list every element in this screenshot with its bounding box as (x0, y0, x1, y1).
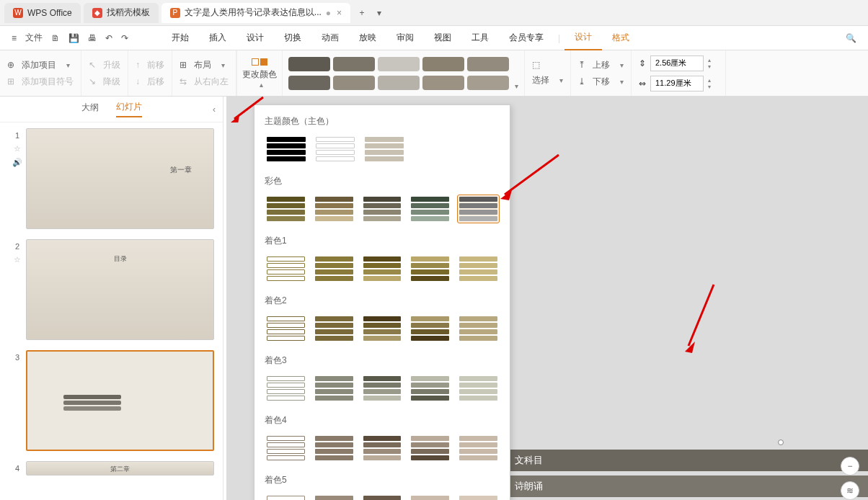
resize-handle[interactable] (778, 439, 784, 445)
move-up-button[interactable]: 上移 (593, 59, 610, 71)
sidetab-outline[interactable]: 大纲 (81, 102, 99, 117)
slide-thumb[interactable]: 4 第二章 (9, 461, 214, 476)
sidetab-slides[interactable]: 幻灯片 (116, 101, 142, 117)
slide-thumb[interactable]: 3 (9, 350, 214, 451)
color-scheme[interactable] (313, 314, 355, 343)
color-scheme[interactable] (457, 434, 500, 463)
preset-expand[interactable]: ▾ (515, 82, 518, 90)
side-tabs: 大纲 幻灯片 ‹ (0, 97, 223, 122)
menu-context-design[interactable]: 设计 (564, 26, 602, 50)
color-scheme[interactable] (363, 135, 406, 164)
redo-icon[interactable]: ↷ (117, 33, 133, 43)
color-scheme[interactable] (457, 494, 500, 500)
color-scheme[interactable] (265, 135, 308, 164)
color-scheme[interactable] (265, 494, 307, 500)
color-scheme[interactable] (409, 254, 451, 283)
color-preset[interactable] (378, 57, 420, 71)
menu-view[interactable]: 视图 (424, 26, 461, 50)
color-scheme[interactable] (313, 434, 355, 463)
menu-bar: ≡ 文件 🗎 💾 🖶 ↶ ↷ 开始 插入 设计 切换 动画 放映 审阅 视图 工… (0, 26, 868, 50)
color-scheme[interactable] (409, 434, 451, 463)
menu-transition[interactable]: 切换 (274, 26, 311, 50)
slide-thumb[interactable]: 2☆ 目录 (9, 239, 214, 340)
svg-line-0 (234, 97, 263, 119)
menu-slideshow[interactable]: 放映 (349, 26, 386, 50)
color-preset[interactable] (288, 76, 330, 90)
template-icon: ◆ (92, 8, 102, 18)
menu-start[interactable]: 开始 (161, 26, 199, 50)
color-scheme[interactable] (265, 195, 307, 223)
menu-context-format[interactable]: 格式 (602, 26, 639, 50)
tab-document[interactable]: P 文字是人类用符号记录表达信息以... ● × (161, 3, 350, 23)
select-button[interactable]: 选择 (532, 74, 549, 86)
color-scheme[interactable] (313, 254, 355, 283)
color-scheme[interactable] (409, 494, 451, 500)
table-row[interactable]: 诗朗诵 (508, 476, 868, 497)
color-preset[interactable] (467, 76, 509, 90)
table-row[interactable]: 文科目 (508, 450, 868, 471)
move-down-button[interactable]: 下移 (593, 76, 610, 88)
close-icon[interactable]: × (337, 8, 342, 18)
color-scheme[interactable] (409, 374, 451, 403)
add-item-button[interactable]: 添加项目 (22, 59, 56, 71)
color-scheme[interactable] (361, 254, 404, 283)
color-scheme[interactable] (361, 195, 404, 223)
color-scheme[interactable] (313, 494, 355, 500)
color-scheme[interactable] (409, 195, 451, 223)
new-icon[interactable]: 🗎 (47, 33, 64, 43)
color-scheme[interactable] (314, 135, 357, 164)
color-scheme[interactable] (265, 374, 307, 403)
menu-tools[interactable]: 工具 (461, 26, 499, 50)
color-scheme[interactable] (457, 314, 500, 343)
color-scheme-selected[interactable] (457, 195, 500, 223)
menu-review[interactable]: 审阅 (386, 26, 424, 50)
color-scheme[interactable] (361, 494, 404, 500)
menu-insert[interactable]: 插入 (199, 26, 236, 50)
layout-button[interactable]: 布局 (194, 59, 211, 71)
add-item-icon: ⊕ (7, 60, 14, 70)
tab-dropdown[interactable]: ▾ (371, 8, 388, 18)
print-icon[interactable]: 🖶 (84, 33, 101, 43)
color-scheme[interactable] (265, 314, 307, 343)
save-icon[interactable]: 💾 (64, 33, 84, 43)
width-input[interactable] (650, 76, 704, 91)
color-preset[interactable] (333, 76, 375, 90)
height-input[interactable] (650, 55, 704, 71)
height-spinner[interactable]: ▴▾ (708, 57, 718, 70)
color-scheme[interactable] (409, 314, 451, 343)
slide-thumb[interactable]: 1☆🔊 第一章 (9, 128, 214, 229)
color-scheme[interactable] (361, 434, 404, 463)
menu-member[interactable]: 会员专享 (499, 26, 554, 50)
color-preset[interactable] (422, 57, 464, 71)
minus-button[interactable]: − (841, 457, 859, 476)
color-scheme[interactable] (361, 314, 404, 343)
color-scheme[interactable] (265, 254, 307, 283)
new-tab-button[interactable]: + (353, 8, 371, 18)
tab-wps[interactable]: W WPS Office (4, 3, 81, 23)
collapse-icon[interactable]: ‹ (213, 104, 216, 115)
menu-design[interactable]: 设计 (236, 26, 274, 50)
hamburger-icon[interactable]: ≡ (7, 33, 21, 43)
undo-icon[interactable]: ↶ (101, 33, 117, 43)
width-spinner[interactable]: ▴▾ (708, 77, 718, 90)
color-scheme[interactable] (361, 374, 404, 403)
layers-button[interactable]: ≋ (841, 481, 859, 500)
color-preset[interactable] (467, 57, 509, 71)
color-scheme[interactable] (457, 254, 500, 283)
color-preset[interactable] (422, 76, 464, 90)
color-scheme[interactable] (313, 374, 355, 403)
file-menu[interactable]: 文件 (21, 32, 47, 44)
color-preset[interactable] (288, 57, 330, 71)
color-scheme[interactable] (265, 434, 307, 463)
color-preset[interactable] (333, 57, 375, 71)
smartart-table[interactable]: 文科目 诗朗诵 文理解 (508, 450, 868, 500)
tab-template[interactable]: ◆ 找稻壳模板 (84, 3, 159, 23)
color-scheme[interactable] (313, 195, 355, 223)
change-color-button[interactable]: 更改颜色▴ (236, 50, 283, 96)
search-icon[interactable]: 🔍 (841, 33, 861, 43)
color-scheme[interactable] (457, 374, 500, 403)
menu-animation[interactable]: 动画 (311, 26, 349, 50)
color-preset[interactable] (378, 76, 420, 90)
ribbon-group-size: ⇕ ▴▾ ⇔ ▴▾ (632, 50, 726, 96)
demote-button: 降级 (103, 76, 120, 88)
